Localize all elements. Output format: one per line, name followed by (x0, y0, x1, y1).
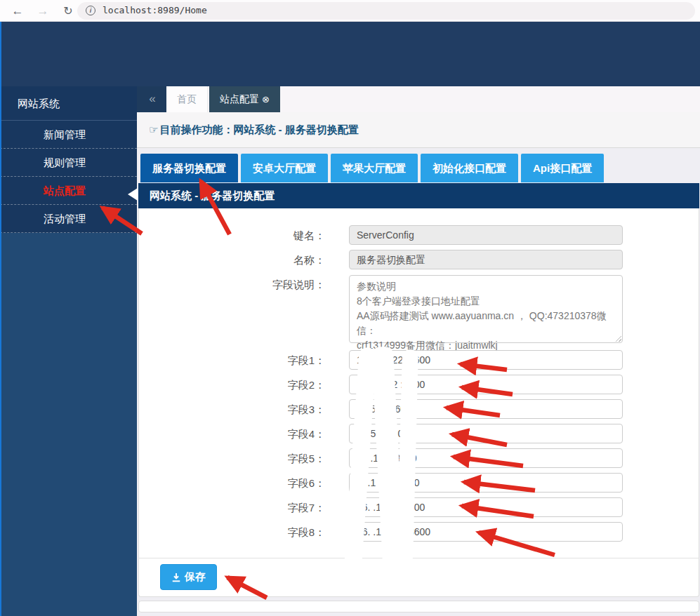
field7-label: 字段7： (220, 498, 325, 518)
config-tabs: 服务器切换配置 安卓大厅配置 苹果大厅配置 初始化接口配置 Api接口配置 (140, 154, 604, 182)
save-button-label: 保存 (185, 570, 206, 584)
name-label: 名称： (220, 250, 325, 270)
name-input[interactable]: 服务器切换配置 (349, 250, 623, 269)
save-button[interactable]: 保存 (160, 564, 217, 590)
description-label: 字段说明： (220, 275, 325, 295)
page-info-icon[interactable]: i (86, 6, 95, 15)
tab-site-config[interactable]: 站点配置⊗ (209, 86, 280, 112)
tab-site-config-label: 站点配置 (220, 93, 259, 105)
sidebar-item-site-config[interactable]: 站点配置 (0, 177, 137, 205)
field3-label: 字段3： (220, 400, 325, 420)
browser-forward-icon[interactable]: → (34, 2, 52, 20)
panel-footer-divider (138, 558, 699, 558)
app-header-band (0, 22, 700, 86)
pointing-hand-icon: ☞ (149, 123, 158, 135)
app-window: ← → ↻ i localhost:8989/Home 网站系统 新闻管理 规则… (0, 0, 700, 616)
tab-close-icon[interactable]: ⊗ (262, 94, 270, 105)
browser-toolbar: ← → ↻ i localhost:8989/Home (0, 0, 700, 22)
breadcrumb-text: 目前操作功能：网站系统 - 服务器切换配置 (159, 123, 358, 135)
address-bar[interactable]: i localhost:8989/Home (77, 2, 695, 20)
field1-label: 字段1： (220, 351, 325, 370)
sidebar-item-rules[interactable]: 规则管理 (0, 149, 137, 177)
config-tab-android-hall[interactable]: 安卓大厅配置 (241, 154, 328, 182)
config-tab-init-api[interactable]: 初始化接口配置 (421, 154, 518, 182)
field6-label: 字段6： (220, 474, 325, 493)
tab-home[interactable]: 首页 (166, 86, 208, 112)
field4-label: 字段4： (220, 424, 325, 444)
panel-title: 网站系统 - 服务器切换配置 (138, 183, 699, 208)
config-tab-apple-hall[interactable]: 苹果大厅配置 (331, 154, 418, 182)
key-label: 键名： (220, 226, 325, 246)
config-tab-api[interactable]: Api接口配置 (521, 154, 604, 182)
breadcrumb: ☞目前操作功能：网站系统 - 服务器切换配置 (137, 112, 700, 148)
browser-reload-icon[interactable]: ↻ (59, 2, 77, 20)
field2-label: 字段2： (220, 375, 325, 395)
sidebar-item-activities[interactable]: 活动管理 (0, 205, 137, 233)
secondary-panel (138, 601, 699, 612)
description-textarea[interactable]: 参数说明 8个客户端登录接口地址配置 AA源码搭建测试 www.aayuanma… (349, 275, 623, 343)
sidebar-item-news[interactable]: 新闻管理 (0, 121, 137, 149)
active-item-caret (128, 188, 138, 201)
key-input[interactable]: ServerConfig (349, 225, 623, 245)
window-edge-highlight (0, 22, 1, 616)
field8-label: 字段8： (220, 523, 325, 542)
url-text[interactable]: localhost:8989/Home (103, 5, 207, 15)
browser-back-icon[interactable]: ← (8, 2, 27, 20)
tabs-collapse-icon[interactable]: « (137, 86, 166, 112)
config-tab-server-switch[interactable]: 服务器切换配置 (140, 154, 238, 182)
sidebar: 网站系统 新闻管理 规则管理 站点配置 活动管理 (0, 86, 137, 616)
sidebar-title: 网站系统 (0, 86, 137, 121)
document-tabstrip: « 首页 站点配置⊗ (137, 86, 700, 112)
download-icon (171, 573, 181, 582)
field5-label: 字段5： (220, 449, 325, 469)
